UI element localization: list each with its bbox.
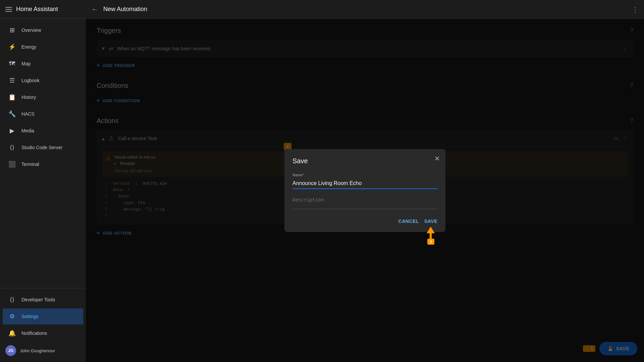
sidebar-item-energy[interactable]: ⚡ Energy <box>3 39 83 55</box>
terminal-icon: ⬛ <box>8 160 16 168</box>
sidebar-item-studio-code-server[interactable]: ⟨⟩ Studio Code Server <box>3 139 83 156</box>
sidebar-item-label: Energy <box>21 44 36 50</box>
modal-save-button[interactable]: SAVE <box>424 219 437 224</box>
map-icon: 🗺 <box>8 60 16 68</box>
sidebar-item-developer-tools[interactable]: ⟨⟩ Developer Tools <box>3 292 83 308</box>
sidebar-item-notifications[interactable]: 🔔 Notifications <box>3 325 83 341</box>
topbar: ← New Automation ⋮ <box>86 0 644 19</box>
user-profile[interactable]: JG John Goughenour <box>0 342 86 359</box>
name-field: Name* <box>292 173 437 189</box>
sidebar-item-label: Overview <box>21 27 41 33</box>
sidebar-item-overview[interactable]: ⊞ Overview <box>3 22 83 38</box>
sidebar-item-label: Studio Code Server <box>21 145 62 150</box>
sidebar-item-map[interactable]: 🗺 Map <box>3 56 83 72</box>
developer-tools-icon: ⟨⟩ <box>8 296 16 304</box>
svg-rect-0 <box>5 7 12 8</box>
history-icon: 📋 <box>8 93 16 101</box>
sidebar-header: Home Assistant <box>0 0 86 19</box>
cancel-button[interactable]: CANCEL <box>398 219 419 224</box>
sidebar-item-history[interactable]: 📋 History <box>3 89 83 105</box>
name-input[interactable] <box>292 179 437 189</box>
code-icon: ⟨⟩ <box>8 143 16 152</box>
save-modal: Save ✕ Name* CANCEL SAVE <box>284 149 445 232</box>
avatar: JG <box>5 345 16 356</box>
sidebar: Home Assistant ⊞ Overview ⚡ Energy 🗺 Map… <box>0 0 86 362</box>
sidebar-item-label: Terminal <box>21 162 39 167</box>
sidebar-item-label: Notifications <box>21 330 47 336</box>
svg-rect-1 <box>5 9 12 10</box>
sidebar-nav: ⊞ Overview ⚡ Energy 🗺 Map ☰ Logbook 📋 Hi… <box>0 19 86 288</box>
hamburger-icon[interactable] <box>5 6 12 13</box>
content-area: Triggers ? ▾ ⇄ When an MQTT message has … <box>86 19 644 362</box>
hacs-icon: 🔧 <box>8 110 16 118</box>
app-title: Home Assistant <box>16 6 58 13</box>
description-field <box>292 196 437 210</box>
svg-rect-2 <box>5 11 12 12</box>
sidebar-item-label: Media <box>21 128 34 133</box>
sidebar-item-label: History <box>21 95 36 100</box>
settings-icon: ⚙ <box>8 312 16 320</box>
name-label: Name* <box>292 173 437 177</box>
more-button[interactable]: ⋮ <box>632 5 639 13</box>
sidebar-item-label: Logbook <box>21 78 40 83</box>
sidebar-item-label: Settings <box>21 314 39 319</box>
logbook-icon: ☰ <box>8 76 16 84</box>
sidebar-item-hacs[interactable]: 🔧 HACS <box>3 106 83 122</box>
modal-title: Save <box>292 157 437 165</box>
modal-close-button[interactable]: ✕ <box>434 155 440 163</box>
description-input[interactable] <box>292 196 437 209</box>
sidebar-item-media[interactable]: ▶ Media <box>3 123 83 139</box>
page-title: New Automation <box>103 6 627 13</box>
sidebar-item-terminal[interactable]: ⬛ Terminal <box>3 156 83 172</box>
step3-badge: 3 <box>427 239 434 245</box>
energy-icon: ⚡ <box>8 43 16 51</box>
sidebar-bottom: ⟨⟩ Developer Tools ⚙ Settings 🔔 Notifica… <box>0 288 86 362</box>
media-icon: ▶ <box>8 127 16 135</box>
modal-overlay[interactable]: Save ✕ Name* CANCEL SAVE <box>86 19 644 362</box>
user-name: John Goughenour <box>20 348 55 353</box>
sidebar-item-label: Developer Tools <box>21 297 55 302</box>
overview-icon: ⊞ <box>8 26 16 34</box>
sidebar-item-settings[interactable]: ⚙ Settings <box>3 308 83 324</box>
sidebar-item-label: HACS <box>21 111 35 117</box>
sidebar-item-logbook[interactable]: ☰ Logbook <box>3 72 83 88</box>
modal-actions: CANCEL SAVE 3 <box>292 219 437 224</box>
back-button[interactable]: ← <box>91 5 98 13</box>
sidebar-item-label: Map <box>21 61 31 66</box>
notifications-icon: 🔔 <box>8 329 16 337</box>
main-content: ← New Automation ⋮ Triggers ? ▾ ⇄ When a… <box>86 0 644 362</box>
